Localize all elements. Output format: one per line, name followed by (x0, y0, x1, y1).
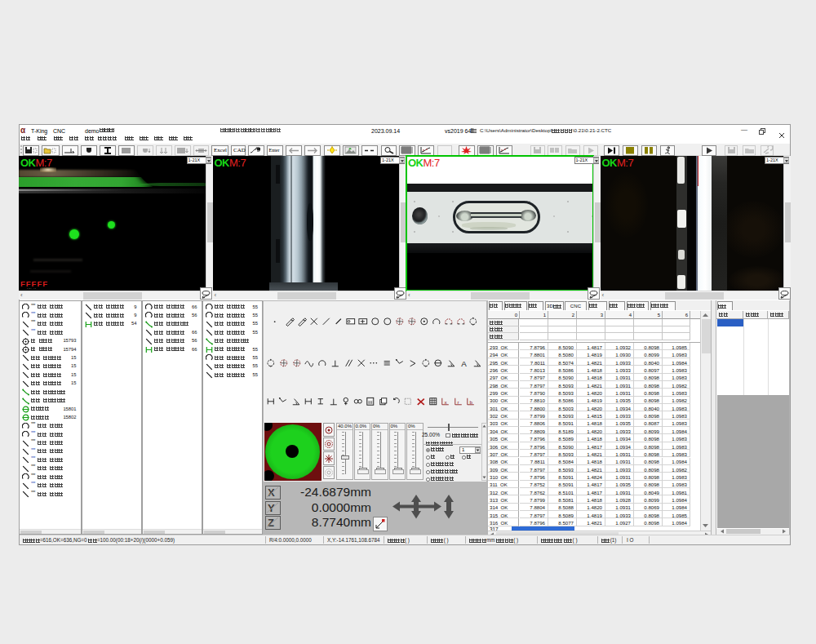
svg-text:r: r (457, 399, 459, 405)
svg-text:X: X (268, 486, 275, 498)
svg-text:Y: Y (268, 502, 275, 513)
svg-text:x: x (445, 399, 448, 405)
svg-text:A: A (461, 359, 467, 368)
svg-text:b: b (469, 399, 472, 405)
svg-text:Z: Z (268, 517, 274, 528)
